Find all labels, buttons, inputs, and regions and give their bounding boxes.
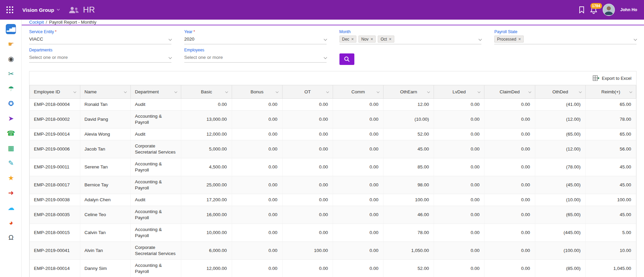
sidebar-item-browser[interactable]: ◕ [3,215,18,230]
cloud-icon: ☁ [8,204,14,211]
table-row[interactable]: EMP-2018-00035Celine TeoAccounting & Pay… [30,206,636,224]
cell-othearn: 12.00 [383,99,434,111]
search-button[interactable] [339,53,354,65]
column-header-claimded[interactable]: ClaimDed [484,85,535,99]
export-to-excel-button[interactable]: Export to Excel [593,75,631,81]
filter-departments: Departments Select one or more [29,48,171,65]
cell-othearn: 45.00 [383,140,434,158]
sidebar-item-signout[interactable]: ➜ [3,185,18,200]
target-icon: ◉ [8,55,13,62]
sidebar-item-training[interactable]: ✎ [3,156,18,170]
sidebar-item-reports[interactable]: ▦ [3,141,18,156]
month-tags: Dec×Nov×Oct× [339,36,394,43]
column-header-othearn[interactable]: OthEarn [383,85,434,99]
column-header-othded[interactable]: OthDed [535,85,585,99]
month-tag-remove-icon[interactable]: × [389,37,392,41]
table-row[interactable]: EMP-2019-00041Alvin TanCorporate Secreta… [30,242,636,260]
cell-lvded: 0.00 [434,129,484,140]
column-menu-chevron-icon[interactable] [225,90,228,93]
column-header-reimb[interactable]: Reimb(+) [585,85,636,99]
column-menu-chevron-icon[interactable] [629,90,632,93]
column-header-ot[interactable]: OT [282,85,333,99]
sidebar-item-requests[interactable]: ➤ [3,111,18,126]
sidebar-item-favorites[interactable]: ★ [3,170,18,185]
year-select[interactable]: 2020 [184,35,327,44]
column-header-lvded[interactable]: LvDed [434,85,484,99]
table-row[interactable]: EMP-2019-00038Adalyn ChenAudit17,200.000… [30,194,636,206]
column-menu-chevron-icon[interactable] [326,90,329,93]
table-row[interactable]: EMP-2019-00006Jacob TanCorporate Secreta… [30,140,636,158]
chevron-down-icon [634,38,637,41]
cell-othded: (65.00) [535,129,585,140]
employees-label: Employees [184,48,327,53]
month-label: Month [339,29,482,35]
column-menu-chevron-icon[interactable] [124,90,127,93]
service-entity-select[interactable]: VIACC [29,35,171,44]
breadcrumb: Cockpit / Payroll Report - Monthly [22,20,644,25]
month-tag-remove-icon[interactable]: × [371,37,373,41]
sidebar-item-cloud[interactable]: ☁ [3,200,18,215]
avatar[interactable] [603,4,615,16]
month-tag-label: Oct [380,37,387,42]
sidebar-item-awards[interactable]: ✪ [3,96,18,111]
month-tag-remove-icon[interactable]: × [351,37,354,41]
org-switcher[interactable]: Vision Group [22,7,59,13]
table-row[interactable]: EMP-2018-00014Danny SimAccounting & Payr… [30,260,636,277]
column-menu-chevron-icon[interactable] [74,90,76,93]
sidebar-item-claims[interactable]: ✂ [3,66,18,81]
cell-claimded: 0.00 [484,140,535,158]
chevron-down-icon [479,38,482,41]
month-tag-label: Dec [342,37,349,42]
sidebar-item-analytics[interactable]: ▂▅▇ [3,22,18,37]
table-row[interactable]: EMP-2018-00017Bernice TayAccounting & Pa… [30,176,636,194]
column-menu-chevron-icon[interactable] [528,90,531,93]
cell-comm: 0.00 [333,176,383,194]
employees-multiselect[interactable]: Select one or more [184,53,327,63]
sidebar-item-support[interactable]: Ω [3,230,18,245]
column-menu-chevron-icon[interactable] [478,90,480,93]
ring-icon: ◕ [9,219,12,226]
sidebar-item-goals[interactable]: ◉ [3,51,18,66]
filter-payroll-state: Payroll State Processed× [494,29,637,44]
main-content: Cockpit / Payroll Report - Monthly Servi… [22,20,644,277]
column-menu-chevron-icon[interactable] [174,90,177,93]
payroll-state-tag-remove-icon[interactable]: × [518,37,521,41]
column-header-department[interactable]: Department [131,85,181,99]
month-multiselect[interactable]: Dec×Nov×Oct× [339,35,482,44]
column-menu-chevron-icon[interactable] [427,90,430,93]
column-menu-chevron-icon[interactable] [377,90,379,93]
table-row[interactable]: EMP-2018-00015Calvin TanAccounting & Pay… [30,224,636,242]
table-row[interactable]: EMP-2018-00004Ronald TanAudit0.000.000.0… [30,99,636,111]
month-tag: Oct× [378,36,394,43]
column-header-comm[interactable]: Comm [333,85,383,99]
cell-othearn: 46.00 [383,206,434,224]
cell-department: Accounting & Payroll [131,206,181,224]
breadcrumb-link-cockpit[interactable]: Cockpit [29,20,44,25]
table-row[interactable]: EMP-2019-00011Serene TanAccounting & Pay… [30,158,636,176]
cell-othearn: 98.00 [383,176,434,194]
pencil-icon: ✎ [8,160,13,166]
cell-lvded: 0.00 [434,111,484,129]
column-header-name[interactable]: Name [80,85,131,99]
cell-ot: 0.00 [282,158,333,176]
sidebar-item-payroll[interactable]: ☛ [3,37,18,51]
cell-lvded: 0.00 [434,260,484,277]
cell-comm: 0.00 [333,242,383,260]
notifications-button[interactable]: 1784 [590,6,597,14]
column-menu-chevron-icon[interactable] [276,90,278,93]
table-row[interactable]: EMP-2018-00002David PangAccounting & Pay… [30,111,636,129]
departments-multiselect[interactable]: Select one or more [29,53,171,63]
app-launcher-button[interactable] [0,0,20,20]
payroll-state-multiselect[interactable]: Processed× [494,35,637,44]
column-menu-chevron-icon[interactable] [579,90,581,93]
cell-bonus: 0.00 [232,194,282,206]
sidebar-item-contacts[interactable]: ☎ [3,126,18,141]
column-header-bonus[interactable]: Bonus [232,85,282,99]
star-icon: ★ [8,175,14,181]
table-row[interactable]: EMP-2019-00014Alevia WongAudit12,000.000… [30,129,636,140]
payroll-state-label: Payroll State [494,29,637,35]
bookmarks-button[interactable] [579,6,585,14]
column-header-employee-id[interactable]: Employee ID [30,85,80,99]
sidebar-item-leave[interactable]: ☂ [3,81,18,96]
column-header-basic[interactable]: Basic [181,85,232,99]
